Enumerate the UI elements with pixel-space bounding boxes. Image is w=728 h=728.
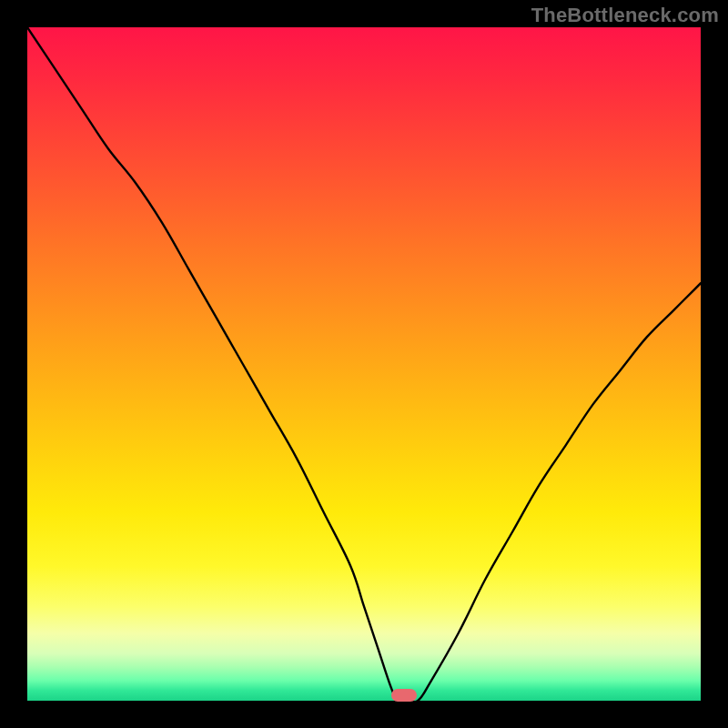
minimum-marker	[391, 689, 417, 702]
bottleneck-curve	[27, 27, 701, 701]
chart-frame: TheBottleneck.com	[0, 0, 728, 728]
plot-area	[27, 27, 701, 701]
watermark-text: TheBottleneck.com	[531, 4, 719, 27]
